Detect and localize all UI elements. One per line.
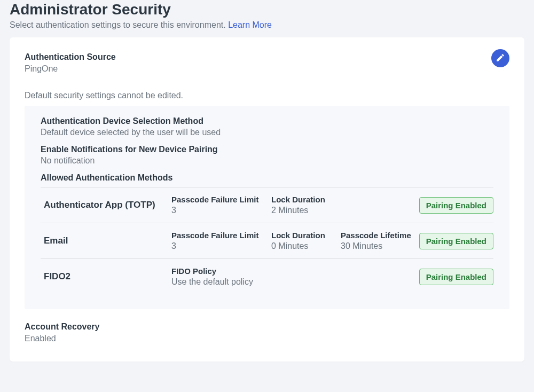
col-head: Lock Duration bbox=[271, 195, 334, 204]
col-head: Passcode Failure Limit bbox=[171, 231, 265, 240]
method-name: Email bbox=[41, 236, 171, 246]
account-recovery-label: Account Recovery bbox=[25, 322, 509, 332]
default-settings-note: Default security settings cannot be edit… bbox=[25, 91, 509, 100]
details-panel: Authentication Device Selection Method D… bbox=[25, 106, 509, 309]
col-head: FIDO Policy bbox=[171, 266, 265, 276]
method-name: FIDO2 bbox=[41, 271, 171, 282]
pairing-badge: Pairing Enabled bbox=[419, 269, 493, 285]
account-recovery-value: Enabled bbox=[25, 334, 509, 343]
col-value: 3 bbox=[171, 206, 265, 215]
subtitle-text: Select authentication settings to secure… bbox=[10, 20, 228, 29]
method-row-email: Email Passcode Failure Limit 3 Lock Dura… bbox=[41, 223, 493, 258]
col-value: 30 Minutes bbox=[341, 241, 411, 251]
page-title: Administrator Security bbox=[10, 0, 524, 18]
edit-button[interactable] bbox=[491, 49, 509, 67]
col-value: 3 bbox=[171, 241, 265, 251]
allowed-methods-label: Allowed Authentication Methods bbox=[41, 173, 493, 183]
auth-source-label: Authentication Source bbox=[25, 52, 509, 62]
col-head: Lock Duration bbox=[271, 231, 334, 240]
method-row-fido2: FIDO2 FIDO Policy Use the default policy… bbox=[41, 258, 493, 294]
col-value: 2 Minutes bbox=[271, 206, 334, 215]
col-head: Passcode Lifetime bbox=[341, 231, 411, 240]
page-subtitle: Select authentication settings to secure… bbox=[10, 20, 524, 30]
learn-more-link[interactable]: Learn More bbox=[228, 20, 272, 29]
auth-source-value: PingOne bbox=[25, 64, 509, 74]
method-row-totp: Authenticator App (TOTP) Passcode Failur… bbox=[41, 187, 493, 223]
col-head: Passcode Failure Limit bbox=[171, 195, 265, 204]
pairing-badge: Pairing Enabled bbox=[419, 197, 493, 214]
col-value: Use the default policy bbox=[171, 277, 265, 287]
pairing-badge: Pairing Enabled bbox=[419, 233, 493, 249]
device-selection-label: Authentication Device Selection Method bbox=[41, 116, 493, 126]
notifications-label: Enable Notifications for New Device Pair… bbox=[41, 145, 493, 154]
settings-card: Authentication Source PingOne Default se… bbox=[10, 37, 524, 362]
pencil-icon bbox=[496, 53, 505, 64]
method-name: Authenticator App (TOTP) bbox=[41, 200, 171, 210]
col-value: 0 Minutes bbox=[271, 241, 334, 251]
device-selection-value: Default device selected by the user will… bbox=[41, 128, 493, 137]
notifications-value: No notification bbox=[41, 156, 493, 166]
